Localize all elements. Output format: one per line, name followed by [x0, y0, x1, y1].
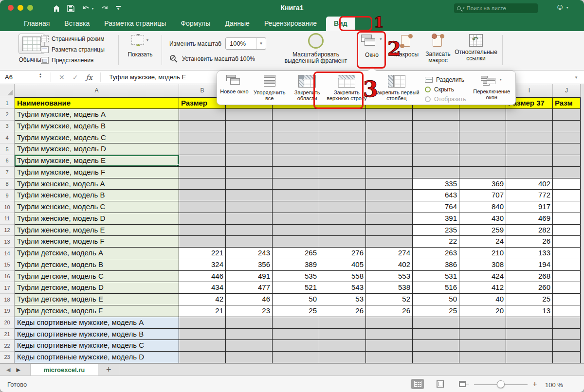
next-sheet-icon[interactable]: ▶: [16, 367, 20, 373]
cell-B20[interactable]: [179, 317, 226, 329]
cell-B6[interactable]: [179, 155, 226, 167]
cell-B2[interactable]: [179, 109, 226, 121]
cell-F14[interactable]: 274: [366, 248, 413, 259]
cell-J2[interactable]: [553, 109, 581, 121]
cell-F17[interactable]: 538: [366, 282, 413, 294]
cell-I8[interactable]: 402: [506, 178, 553, 190]
cell-A16[interactable]: Туфли детские, модель C: [15, 271, 179, 283]
cell-A19[interactable]: Туфли детские, модель F: [15, 305, 179, 317]
prev-sheet-icon[interactable]: ◀: [6, 367, 10, 373]
cell-I20[interactable]: [506, 317, 553, 329]
formula-input[interactable]: Туфли мужские, модель E: [110, 73, 186, 81]
cell-D21[interactable]: [273, 329, 319, 340]
cell-D4[interactable]: [273, 132, 319, 144]
cell-H10[interactable]: 840: [459, 201, 506, 213]
cell-H18[interactable]: 40: [459, 294, 506, 305]
zoom-out-button[interactable]: −: [465, 380, 469, 388]
zoom-slider-thumb[interactable]: [497, 380, 505, 388]
row-header-23[interactable]: 23: [0, 352, 15, 363]
cell-J8[interactable]: [553, 178, 581, 190]
cell-E8[interactable]: [319, 178, 366, 190]
cell-D16[interactable]: 535: [273, 271, 319, 283]
row-header-9[interactable]: 9: [0, 190, 15, 201]
cell-J12[interactable]: [553, 225, 581, 236]
cell-G21[interactable]: [413, 329, 459, 340]
cell-J14[interactable]: [553, 248, 581, 259]
cell-G10[interactable]: 764: [413, 201, 459, 213]
cell-A15[interactable]: Туфли детские, модель B: [15, 259, 179, 271]
row-header-15[interactable]: 15: [0, 259, 15, 271]
cell-D10[interactable]: [273, 201, 319, 213]
cell-C4[interactable]: [226, 132, 273, 144]
tab-Вставка[interactable]: Вставка: [59, 17, 95, 31]
cell-J7[interactable]: [553, 167, 581, 178]
cell-E17[interactable]: 543: [319, 282, 366, 294]
cell-F11[interactable]: [366, 213, 413, 225]
cell-C21[interactable]: [226, 329, 273, 340]
cell-J22[interactable]: [553, 340, 581, 352]
cell-G11[interactable]: 391: [413, 213, 459, 225]
cell-C11[interactable]: [226, 213, 273, 225]
cell-D18[interactable]: 50: [273, 294, 319, 305]
select-all-corner[interactable]: [0, 84, 15, 97]
cell-D19[interactable]: 25: [273, 305, 319, 317]
cell-G3[interactable]: [413, 121, 459, 132]
cell-B10[interactable]: [179, 201, 226, 213]
cell-H4[interactable]: [459, 132, 506, 144]
cell-C2[interactable]: [226, 109, 273, 121]
cell-G14[interactable]: 263: [413, 248, 459, 259]
cell-I12[interactable]: 282: [506, 225, 553, 236]
cell-D9[interactable]: [273, 190, 319, 201]
cell-B17[interactable]: 434: [179, 282, 226, 294]
cell-E2[interactable]: [319, 109, 366, 121]
cell-I23[interactable]: [506, 352, 553, 363]
cell-G5[interactable]: [413, 143, 459, 155]
cell-E15[interactable]: 405: [319, 259, 366, 271]
cell-B3[interactable]: [179, 121, 226, 132]
cell-J4[interactable]: [553, 132, 581, 144]
cell-E21[interactable]: [319, 329, 366, 340]
row-header-12[interactable]: 12: [0, 225, 15, 236]
cell-H8[interactable]: 369: [459, 178, 506, 190]
cell-F5[interactable]: [366, 143, 413, 155]
cell-F20[interactable]: [366, 317, 413, 329]
cell-G2[interactable]: [413, 109, 459, 121]
tab-Разметка страницы[interactable]: Разметка страницы: [99, 17, 171, 31]
cell-B22[interactable]: [179, 340, 226, 352]
menu-item-freeze-panes[interactable]: Закрепить области: [290, 74, 324, 101]
cell-F19[interactable]: 26: [366, 305, 413, 317]
add-sheet-button[interactable]: +: [106, 365, 111, 375]
cell-C18[interactable]: 46: [226, 294, 273, 305]
cell-J20[interactable]: [553, 317, 581, 329]
relative-references-button[interactable]: Относительные ссылки: [456, 34, 495, 62]
cell-E16[interactable]: 558: [319, 271, 366, 283]
cell-B8[interactable]: [179, 178, 226, 190]
cell-A6[interactable]: Туфли мужские, модель E: [15, 155, 179, 167]
cell-H22[interactable]: [459, 340, 506, 352]
cell-H21[interactable]: [459, 329, 506, 340]
cell-B16[interactable]: 446: [179, 271, 226, 283]
cell-J17[interactable]: [553, 282, 581, 294]
cell-B21[interactable]: [179, 329, 226, 340]
row-header-14[interactable]: 14: [0, 248, 15, 259]
show-button[interactable]: ▼ Показать: [123, 35, 158, 58]
cell-C3[interactable]: [226, 121, 273, 132]
cell-E22[interactable]: [319, 340, 366, 352]
cell-D17[interactable]: 521: [273, 282, 319, 294]
cell-D15[interactable]: 389: [273, 259, 319, 271]
cell-H13[interactable]: 24: [459, 236, 506, 248]
cell-H14[interactable]: 210: [459, 248, 506, 259]
cell-H7[interactable]: [459, 167, 506, 178]
cell-J10[interactable]: [553, 201, 581, 213]
cell-G8[interactable]: 335: [413, 178, 459, 190]
cell-D6[interactable]: [273, 155, 319, 167]
cell-E6[interactable]: [319, 155, 366, 167]
cell-F3[interactable]: [366, 121, 413, 132]
menu-item-freeze-top-row[interactable]: Закрепить верхнюю строку: [324, 74, 369, 101]
cell-G12[interactable]: 235: [413, 225, 459, 236]
cell-F7[interactable]: [366, 167, 413, 178]
cell-J23[interactable]: [553, 352, 581, 363]
row-header-22[interactable]: 22: [0, 340, 15, 352]
cell-J18[interactable]: [553, 294, 581, 305]
feedback-smiley-icon[interactable]: ☺▼: [556, 2, 569, 12]
